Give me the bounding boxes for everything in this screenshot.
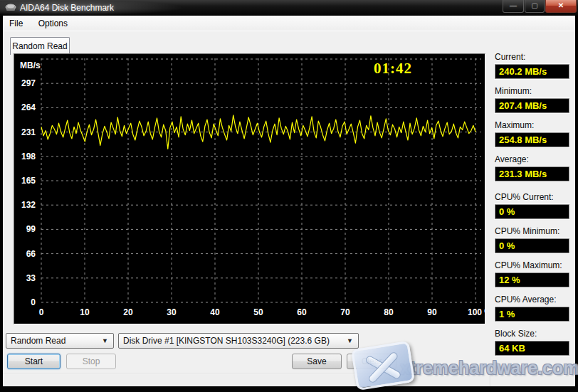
svg-text:198: 198 <box>21 152 36 161</box>
drive-select[interactable]: Disk Drive #1 [KINGSTON SH103S3240G] (22… <box>118 333 359 349</box>
stat-label-current: Current: <box>495 52 573 63</box>
stat-label-maximum: Maximum: <box>495 120 573 131</box>
svg-text:80: 80 <box>384 307 394 317</box>
svg-text:30: 30 <box>167 307 177 317</box>
stat-value-cpu-maximum: 12 % <box>495 272 569 287</box>
elapsed-time: 01:42 <box>364 60 421 78</box>
stat-value-minimum: 207.4 MB/s <box>495 98 569 113</box>
svg-text:100 %: 100 % <box>468 307 485 317</box>
svg-text:33: 33 <box>26 273 36 283</box>
svg-text:99: 99 <box>26 224 36 234</box>
close-button[interactable]: ✕ <box>545 0 577 13</box>
chart-unit-label: MB/s <box>20 60 41 70</box>
menu-options[interactable]: Options <box>32 16 74 31</box>
drive-select-value: Disk Drive #1 [KINGSTON SH103S3240G] (22… <box>123 336 330 346</box>
svg-text:0: 0 <box>39 307 44 317</box>
svg-text:264: 264 <box>21 102 36 112</box>
svg-text:20: 20 <box>123 307 133 317</box>
svg-text:297: 297 <box>21 78 36 88</box>
save-button[interactable]: Save <box>292 354 342 369</box>
stat-value-average: 231.3 MB/s <box>495 166 569 181</box>
svg-text:66: 66 <box>26 249 36 259</box>
stat-value-block-size: 64 KB <box>495 341 569 356</box>
title-bar[interactable]: AIDA64 Disk Benchmark — ▢ ✕ <box>0 0 578 16</box>
svg-text:60: 60 <box>297 307 307 317</box>
stat-label-cpu-current: CPU% Current: <box>495 192 573 203</box>
stat-value-current: 240.2 MB/s <box>495 64 569 79</box>
svg-text:231: 231 <box>21 127 36 137</box>
benchmark-chart-container: 0336699132165198231264297010203040506070… <box>14 53 485 324</box>
start-button[interactable]: Start <box>7 354 61 369</box>
stat-label-block-size: Block Size: <box>495 329 573 339</box>
svg-text:10: 10 <box>80 307 90 317</box>
menu-bar: File Options <box>3 16 575 31</box>
stat-label-cpu-average: CPU% Average: <box>495 295 573 305</box>
benchmark-type-select[interactable]: Random Read ▼ <box>6 333 114 349</box>
svg-text:40: 40 <box>210 307 220 317</box>
svg-text:70: 70 <box>340 307 350 317</box>
minimize-button[interactable]: — <box>503 0 524 13</box>
tab-random-read[interactable]: Random Read <box>10 37 70 55</box>
menu-file[interactable]: File <box>3 16 29 31</box>
watermark-text: xtremehardware.com <box>400 358 578 378</box>
stat-label-average: Average: <box>495 154 573 165</box>
stat-value-cpu-average: 1 % <box>495 307 569 322</box>
svg-text:90: 90 <box>427 307 437 317</box>
svg-text:50: 50 <box>253 307 263 317</box>
aida64-disk-benchmark-window: AIDA64 Disk Benchmark — ▢ ✕ File Options… <box>0 0 578 392</box>
chevron-down-icon: ▼ <box>347 334 353 348</box>
svg-text:132: 132 <box>21 200 36 210</box>
maximize-button[interactable]: ▢ <box>525 0 545 13</box>
benchmark-type-value: Random Read <box>11 336 65 346</box>
stat-label-minimum: Minimum: <box>495 86 573 97</box>
stat-value-maximum: 254.8 MB/s <box>495 132 569 147</box>
benchmark-chart: 0336699132165198231264297010203040506070… <box>14 54 485 324</box>
svg-text:0: 0 <box>31 297 36 307</box>
stat-label-cpu-maximum: CPU% Maximum: <box>495 260 573 271</box>
window-title: AIDA64 Disk Benchmark <box>20 3 114 13</box>
stat-label-cpu-minimum: CPU% Minimum: <box>495 226 573 237</box>
app-icon <box>5 4 16 12</box>
stat-value-cpu-minimum: 0 % <box>495 238 569 253</box>
window-bottom-border <box>0 386 578 392</box>
stop-button[interactable]: Stop <box>66 354 116 369</box>
svg-text:165: 165 <box>21 176 36 186</box>
stat-value-cpu-current: 0 % <box>495 204 569 219</box>
chevron-down-icon: ▼ <box>102 334 108 348</box>
